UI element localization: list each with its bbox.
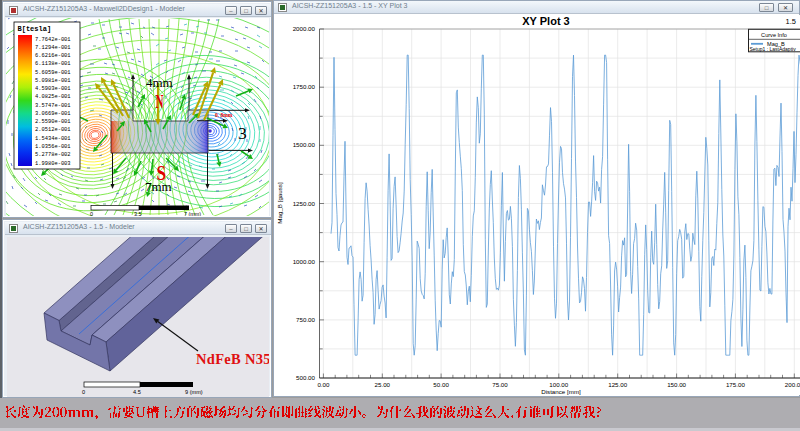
svg-text:1.0356e-001: 1.0356e-001: [35, 144, 71, 150]
svg-text:B[tesla]: B[tesla]: [18, 25, 52, 33]
svg-text:4.5903e-001: 4.5903e-001: [35, 86, 71, 92]
svg-text:500.00: 500.00: [296, 374, 315, 381]
svg-text:150.00: 150.00: [667, 381, 686, 388]
svg-text:7 (mm): 7 (mm): [184, 211, 201, 216]
svg-text:4.5: 4.5: [133, 389, 141, 395]
svg-text:5.2778e-002: 5.2778e-002: [35, 152, 71, 158]
svg-text:25.00: 25.00: [375, 381, 391, 388]
svg-text:1.9980e-003: 1.9980e-003: [35, 161, 71, 167]
svg-text:0.00: 0.00: [317, 381, 330, 388]
svg-text:3.0669e-001: 3.0669e-001: [35, 111, 71, 117]
svg-text:200.00: 200.00: [785, 381, 800, 388]
svg-text:1.5434e-001: 1.5434e-001: [35, 136, 71, 142]
svg-text:Distance [mm]: Distance [mm]: [541, 388, 581, 395]
svg-text:7mm: 7mm: [145, 179, 172, 194]
svg-text:75.00: 75.00: [492, 381, 508, 388]
svg-text:0: 0: [90, 211, 93, 216]
svg-text:7.1294e-001: 7.1294e-001: [35, 45, 71, 51]
svg-text:6.1138e-001: 6.1138e-001: [35, 61, 71, 67]
svg-text:5.0981e-001: 5.0981e-001: [35, 78, 71, 84]
svg-text:7.7642e-001: 7.7642e-001: [35, 37, 71, 43]
svg-text:1000.00: 1000.00: [293, 258, 316, 265]
svg-text:1750.00: 1750.00: [293, 83, 316, 90]
svg-text:9 (mm): 9 (mm): [185, 389, 203, 395]
svg-text:NdFeB N35: NdFeB N35: [196, 351, 269, 367]
svg-text:1.5: 1.5: [786, 17, 796, 26]
svg-text:Mag_B [gauss]: Mag_B [gauss]: [277, 182, 283, 224]
svg-text:2.5590e-001: 2.5590e-001: [35, 119, 71, 125]
svg-text:4mm: 4mm: [146, 75, 173, 90]
svg-text:100.00: 100.00: [549, 381, 568, 388]
svg-text:0. 8mm: 0. 8mm: [215, 112, 233, 118]
svg-text:4.0825e-001: 4.0825e-001: [35, 94, 71, 100]
svg-text:N: N: [156, 92, 164, 112]
svg-text:1250.00: 1250.00: [293, 200, 316, 207]
svg-text:750.00: 750.00: [296, 316, 315, 323]
svg-text:125.00: 125.00: [608, 381, 627, 388]
svg-text:2.0512e-001: 2.0512e-001: [35, 127, 71, 133]
svg-text:Curve Info: Curve Info: [761, 32, 787, 38]
svg-text:2000.00: 2000.00: [293, 25, 316, 32]
svg-text:0: 0: [82, 389, 85, 395]
svg-text:3.5: 3.5: [134, 211, 142, 216]
svg-text:175.00: 175.00: [726, 381, 745, 388]
svg-text:XY Plot 3: XY Plot 3: [522, 15, 569, 27]
svg-text:Setup1 : LastAdaptiv: Setup1 : LastAdaptiv: [750, 46, 797, 52]
svg-text:6.6216e-001: 6.6216e-001: [35, 53, 71, 59]
svg-text:5.6059e-001: 5.6059e-001: [35, 70, 71, 76]
svg-text:1500.00: 1500.00: [293, 141, 316, 148]
svg-text:3: 3: [238, 123, 247, 143]
svg-text:3.5747e-001: 3.5747e-001: [35, 103, 71, 109]
svg-text:50.00: 50.00: [433, 381, 449, 388]
